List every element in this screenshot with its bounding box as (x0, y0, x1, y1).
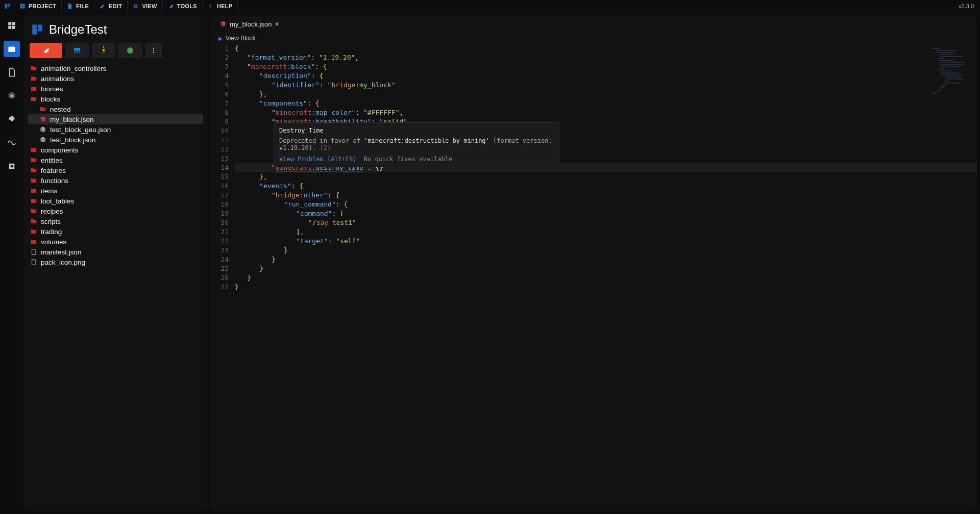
tree-item-components[interactable]: components (28, 145, 203, 155)
code-line[interactable]: } (235, 282, 977, 292)
tree-label: volumes (41, 238, 66, 246)
tree-item-features[interactable]: features (28, 165, 203, 175)
breadcrumb[interactable]: ▶ View Block (210, 33, 977, 44)
code-line[interactable]: } (235, 255, 977, 264)
code-line[interactable]: } (235, 264, 977, 273)
folder-icon (30, 218, 38, 225)
code-line[interactable]: "minecraft:block": { (235, 62, 977, 71)
tab-bar: my_block.json × (210, 15, 977, 33)
tree-item-scripts[interactable]: scripts (28, 216, 203, 226)
file-icon (30, 248, 38, 255)
rail-pack-explorer[interactable] (4, 41, 20, 57)
code-line[interactable]: "identifier": "bridge:my_block" (235, 81, 977, 90)
code-line[interactable]: "minecraft:map_color": "#FFFFFF", (235, 108, 977, 117)
tree-item-biomes[interactable]: biomes (28, 84, 203, 94)
more-options-button[interactable] (145, 43, 162, 58)
rail-extensions[interactable] (4, 111, 20, 127)
code-line[interactable]: "events": { (235, 182, 977, 191)
json-block-icon (219, 20, 227, 28)
folder-icon (30, 75, 38, 82)
tree-item-test-block-geo-json[interactable]: test_block_geo.json (28, 124, 203, 135)
tree-item-nested[interactable]: nested (28, 104, 203, 114)
tree-item-blocks[interactable]: blocks (28, 94, 203, 104)
menu-help[interactable]: ?HELP (203, 0, 238, 12)
tree-item-animations[interactable]: animations (28, 73, 203, 84)
resource-pack-button[interactable] (65, 43, 89, 58)
accessibility-button[interactable] (92, 43, 115, 58)
tree-item-manifest-json[interactable]: manifest.json (28, 247, 203, 257)
tree-item-my-block-json[interactable]: my_block.json (28, 114, 203, 124)
tree-item-functions[interactable]: functions (28, 175, 203, 186)
rail-settings[interactable] (4, 88, 20, 104)
svg-text:?: ? (209, 4, 212, 9)
tree-label: components (41, 146, 79, 154)
debug-icon (7, 162, 16, 171)
menu-edit[interactable]: EDIT (94, 0, 128, 12)
line-number: 6 (210, 90, 229, 99)
file-icon (67, 3, 73, 9)
rail-wave[interactable] (4, 135, 20, 151)
code-line[interactable]: }, (235, 172, 977, 182)
bridge-logo-icon (31, 23, 44, 36)
line-number: 12 (210, 145, 229, 154)
tree-item-loot-tables[interactable]: loot_tables (28, 196, 203, 206)
behavior-pack-button[interactable] (30, 43, 62, 58)
tab-my-block-json[interactable]: my_block.json × (214, 15, 284, 33)
line-number: 17 (210, 191, 229, 200)
code-line[interactable]: "command": [ (235, 209, 977, 218)
view-problem-link[interactable]: View Problem (Alt+F8) (279, 156, 357, 163)
tree-label: my_block.json (50, 116, 94, 123)
folder-icon (30, 146, 38, 153)
code-line[interactable]: "components": { (235, 99, 977, 108)
code-line[interactable]: "run_command": { (235, 200, 977, 209)
tree-item-pack-icon-png[interactable]: pack_icon.png (28, 257, 203, 267)
hover-title: Destroy Time (279, 127, 554, 134)
rail-debug[interactable] (4, 158, 20, 174)
line-number: 10 (210, 126, 229, 136)
tree-item-animation-controllers[interactable]: animation_controllers (28, 63, 203, 73)
tree-label: items (41, 187, 57, 195)
code-line[interactable]: }, (235, 90, 977, 99)
tree-item-volumes[interactable]: volumes (28, 237, 203, 247)
tree-item-recipes[interactable]: recipes (28, 206, 203, 216)
menu-view[interactable]: VIEW (128, 0, 162, 12)
code-line[interactable]: "target": "self" (235, 237, 977, 246)
code-line[interactable]: "bridge:other": { (235, 191, 977, 200)
code-line[interactable]: } (235, 246, 977, 255)
rail-file[interactable] (4, 64, 20, 81)
line-number: 24 (210, 255, 229, 264)
world-button[interactable] (118, 43, 142, 58)
code-line[interactable]: { (235, 44, 977, 53)
code-line[interactable]: "/say test1" (235, 218, 977, 227)
code-line[interactable]: "format_version": "1.19.20", (235, 53, 977, 62)
tree-label: pack_icon.png (41, 259, 85, 266)
code-line[interactable]: } (235, 273, 977, 282)
menu-file[interactable]: FILE (62, 0, 94, 12)
menu-project[interactable]: PROJECT (14, 0, 62, 12)
folder-icon (30, 157, 38, 164)
pencil-icon (100, 3, 106, 9)
folder-icon (30, 208, 38, 215)
line-number: 25 (210, 264, 229, 273)
wrench-icon (168, 3, 174, 9)
tree-label: features (41, 167, 66, 174)
code-line[interactable]: ], (235, 227, 977, 237)
editor-pane: my_block.json × ▶ View Block 12345678910… (210, 15, 977, 511)
code-line[interactable]: "description": { (235, 71, 977, 81)
help-icon: ? (208, 3, 214, 9)
code-content[interactable]: {"format_version": "1.19.20","minecraft:… (235, 44, 977, 511)
line-number: 7 (210, 99, 229, 108)
line-number: 14 (210, 163, 229, 172)
tree-item-test-block-json[interactable]: test_block.json (28, 135, 203, 145)
menu-tools[interactable]: TOOLS (163, 0, 203, 12)
tree-item-trading[interactable]: trading (28, 226, 203, 237)
close-icon[interactable]: × (275, 20, 279, 28)
grid-icon (19, 3, 26, 9)
tree-item-items[interactable]: items (28, 186, 203, 196)
settings-icon (7, 91, 16, 100)
rail-grid[interactable] (4, 17, 20, 34)
tree-item-entities[interactable]: entities (28, 155, 203, 165)
line-number: 18 (210, 200, 229, 209)
code-editor[interactable]: 1234567891011121314151617181920212223242… (210, 44, 977, 511)
tree-label: functions (41, 177, 68, 185)
